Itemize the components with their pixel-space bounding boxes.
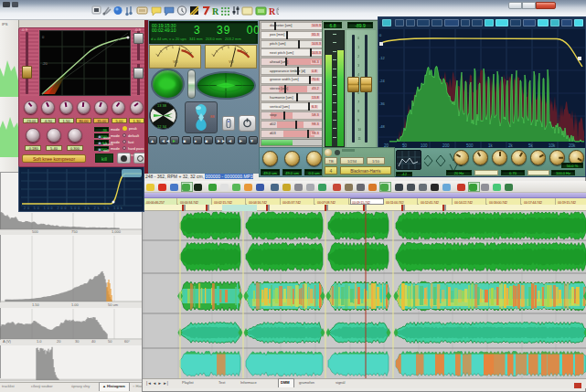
svg-text:0: 0	[42, 35, 45, 39]
svg-text:-48: -48	[379, 124, 386, 129]
svg-text:13 38: 13 38	[157, 103, 167, 108]
svg-text:VU: VU	[229, 60, 233, 64]
svg-text:-20: -20	[42, 61, 48, 66]
svg-text:12 34: 12 34	[157, 124, 167, 129]
svg-text:-12: -12	[379, 56, 386, 60]
svg-text:-36: -36	[379, 101, 386, 106]
svg-text:88: 88	[210, 114, 215, 119]
svg-text:R: R	[269, 6, 276, 16]
svg-text:VU: VU	[173, 60, 177, 64]
svg-text:-24: -24	[379, 79, 386, 83]
svg-text:R: R	[212, 6, 219, 16]
